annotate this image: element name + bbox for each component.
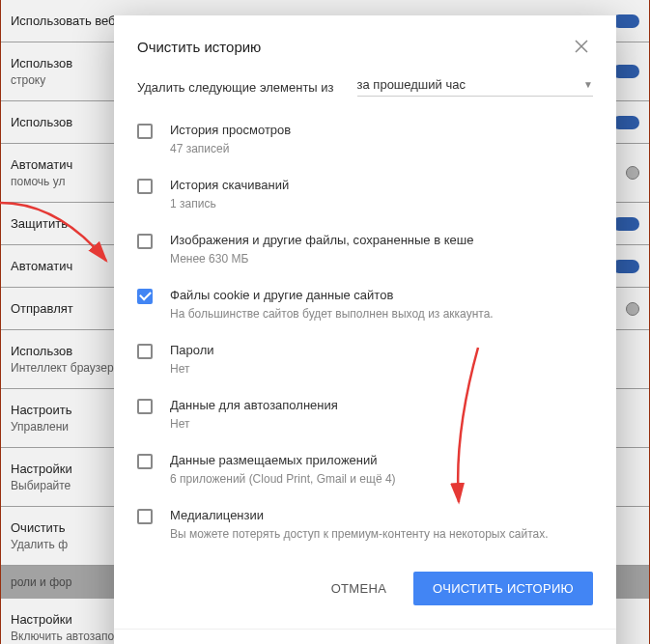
clear-data-item: Данные размещаемых приложений6 приложени… — [137, 442, 593, 497]
time-range-value: за прошедший час — [357, 77, 584, 92]
checkbox[interactable] — [137, 124, 153, 139]
clear-data-item: История просмотров47 записей — [137, 112, 593, 167]
item-title: Данные для автозаполнения — [170, 397, 593, 414]
item-subtitle: 47 записей — [170, 141, 593, 157]
item-subtitle: Менее 630 МБ — [170, 251, 593, 267]
item-title: История скачиваний — [170, 177, 593, 194]
item-title: Пароли — [170, 342, 593, 359]
item-subtitle: Вы можете потерять доступ к премиум-конт… — [170, 526, 593, 543]
dialog-title: Очистить историю — [137, 39, 570, 55]
checkbox[interactable] — [137, 344, 153, 359]
clear-data-item: История скачиваний1 запись — [137, 167, 593, 222]
close-icon[interactable] — [570, 35, 593, 58]
checkbox[interactable] — [137, 509, 153, 524]
item-title: История просмотров — [170, 122, 593, 139]
item-subtitle: На большинстве сайтов будет выполнен вых… — [170, 306, 593, 322]
item-subtitle: Нет — [170, 361, 593, 378]
item-title: Медиалицензии — [170, 507, 593, 524]
clear-data-item: МедиалицензииВы можете потерять доступ к… — [137, 497, 593, 552]
checkbox[interactable] — [137, 234, 153, 249]
checkbox[interactable] — [137, 179, 153, 194]
clear-history-button[interactable]: Очистить историю — [413, 572, 593, 605]
cancel-button[interactable]: Отмена — [312, 572, 406, 605]
checkbox[interactable] — [137, 454, 153, 469]
checkbox[interactable] — [137, 399, 153, 414]
clear-data-item: Файлы cookie и другие данные сайтовНа бо… — [137, 277, 593, 332]
chevron-down-icon: ▼ — [583, 79, 593, 90]
checkbox[interactable] — [137, 289, 153, 304]
clear-data-item: Изображения и другие файлы, сохраненные … — [137, 222, 593, 277]
item-subtitle: Нет — [170, 416, 593, 433]
clear-data-item: Данные для автозаполненияНет — [137, 387, 593, 442]
range-label: Удалить следующие элементы из — [137, 80, 334, 95]
item-subtitle: 1 запись — [170, 196, 593, 212]
item-title: Данные размещаемых приложений — [170, 452, 593, 469]
clear-data-item: ПаролиНет — [137, 332, 593, 387]
clear-history-dialog: Очистить историю Удалить следующие элеме… — [114, 15, 616, 644]
item-title: Файлы cookie и другие данные сайтов — [170, 287, 593, 304]
time-range-select[interactable]: за прошедший час ▼ — [357, 77, 593, 97]
item-subtitle: 6 приложений (Cloud Print, Gmail и ещё 4… — [170, 471, 593, 488]
item-title: Изображения и другие файлы, сохраненные … — [170, 232, 593, 249]
